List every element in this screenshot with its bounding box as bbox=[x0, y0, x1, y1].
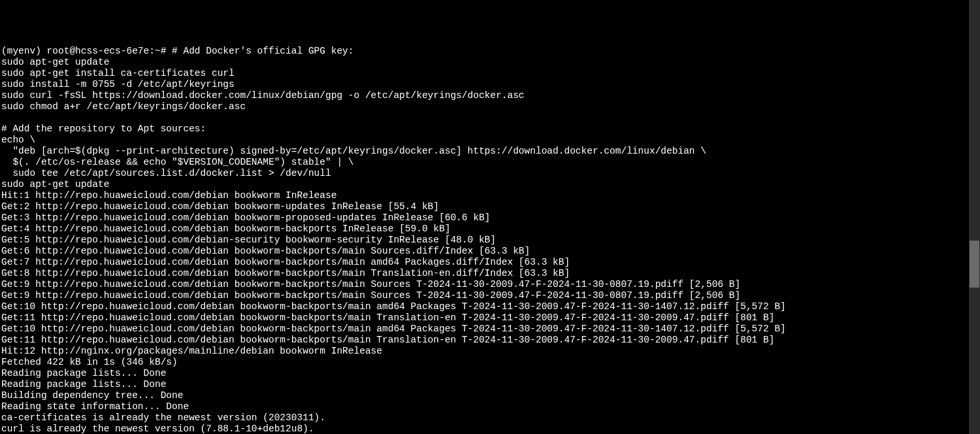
terminal-line: Get:3 http://repo.huaweicloud.com/debian… bbox=[1, 212, 967, 224]
terminal-line: Get:10 http://repo.huaweicloud.com/debia… bbox=[1, 324, 967, 335]
terminal-line: Get:6 http://repo.huaweicloud.com/debian… bbox=[1, 246, 967, 257]
scrollbar-thumb[interactable] bbox=[970, 241, 979, 288]
terminal-line: sudo install -m 0755 -d /etc/apt/keyring… bbox=[1, 79, 967, 90]
terminal-line: Get:8 http://repo.huaweicloud.com/debian… bbox=[1, 268, 967, 279]
terminal-line: Get:10 http://repo.huaweicloud.com/debia… bbox=[1, 301, 967, 312]
terminal-output[interactable]: (myenv) root@hcss-ecs-6e7e:~# # Add Dock… bbox=[0, 44, 967, 434]
terminal-line: sudo chmod a+r /etc/apt/keyrings/docker.… bbox=[1, 101, 967, 112]
terminal-line: # Add the repository to Apt sources: bbox=[1, 124, 967, 135]
terminal-line: Fetched 422 kB in 1s (346 kB/s) bbox=[1, 357, 967, 368]
terminal-line: sudo curl -fsSL https://download.docker.… bbox=[1, 90, 967, 101]
terminal-line: Get:2 http://repo.huaweicloud.com/debian… bbox=[1, 201, 967, 212]
terminal-line: "deb [arch=$(dpkg --print-architecture) … bbox=[1, 146, 967, 157]
terminal-line: Get:9 http://repo.huaweicloud.com/debian… bbox=[1, 279, 967, 290]
terminal-line bbox=[1, 112, 967, 124]
terminal-line: Reading package lists... Done bbox=[1, 368, 967, 379]
terminal-line: Reading package lists... Done bbox=[1, 379, 967, 390]
terminal-line: Get:7 http://repo.huaweicloud.com/debian… bbox=[1, 257, 967, 268]
terminal-line: echo \ bbox=[1, 135, 967, 146]
terminal-line: Get:4 http://repo.huaweicloud.com/debian… bbox=[1, 224, 967, 235]
terminal-line: Get:5 http://repo.huaweicloud.com/debian… bbox=[1, 235, 967, 246]
scrollbar-track[interactable] bbox=[969, 0, 980, 434]
terminal-line: sudo tee /etc/apt/sources.list.d/docker.… bbox=[1, 168, 967, 179]
terminal-line: Get:9 http://repo.huaweicloud.com/debian… bbox=[1, 290, 967, 301]
terminal-line: (myenv) root@hcss-ecs-6e7e:~# # Add Dock… bbox=[1, 46, 967, 57]
terminal-line: Building dependency tree... Done bbox=[1, 390, 967, 401]
terminal-line: Hit:12 http://nginx.org/packages/mainlin… bbox=[1, 346, 967, 357]
terminal-line: sudo apt-get update bbox=[1, 179, 967, 190]
terminal-line: Get:11 http://repo.huaweicloud.com/debia… bbox=[1, 312, 967, 324]
terminal-line: Get:11 http://repo.huaweicloud.com/debia… bbox=[1, 335, 967, 346]
terminal-line: sudo apt-get install ca-certificates cur… bbox=[1, 68, 967, 79]
terminal-line: curl is already the newest version (7.88… bbox=[1, 424, 967, 434]
terminal-line: sudo apt-get update bbox=[1, 57, 967, 68]
terminal-line: Hit:1 http://repo.huaweicloud.com/debian… bbox=[1, 190, 967, 201]
terminal-line: Reading state information... Done bbox=[1, 401, 967, 412]
terminal-line: $(. /etc/os-release && echo "$VERSION_CO… bbox=[1, 157, 967, 168]
terminal-line: ca-certificates is already the newest ve… bbox=[1, 412, 967, 424]
